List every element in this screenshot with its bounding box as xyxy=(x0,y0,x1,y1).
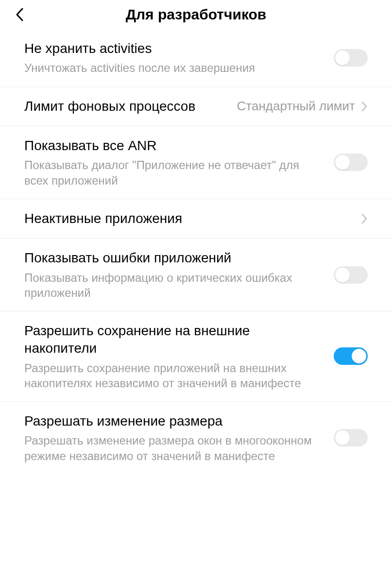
row-subtitle: Показывать информацию о критических ошиб… xyxy=(24,270,324,300)
row-inactive-apps[interactable]: Неактивные приложения xyxy=(0,199,392,239)
row-show-app-errors[interactable]: Показывать ошибки приложений Показывать … xyxy=(0,239,392,311)
page-title: Для разработчиков xyxy=(126,6,267,22)
row-subtitle: Показывать диалог "Приложение не отвечае… xyxy=(24,157,324,188)
row-show-all-anr[interactable]: Показывать все ANR Показывать диалог "Пр… xyxy=(0,126,392,199)
header: Для разработчиков xyxy=(0,0,392,29)
row-title: Разрешить сохранение на внешние накопите… xyxy=(24,322,324,358)
toggle-dont-keep-activities[interactable] xyxy=(334,49,368,67)
chevron-left-icon xyxy=(15,7,24,22)
row-title: Показывать ошибки приложений xyxy=(24,249,324,267)
row-title: Лимит фоновых процессов xyxy=(24,98,227,115)
toggle-show-all-anr[interactable] xyxy=(334,154,368,171)
row-allow-resize[interactable]: Разрешать изменение размера Разрешать из… xyxy=(0,402,392,474)
row-subtitle: Разрешать изменение размера окон в много… xyxy=(24,433,324,463)
row-subtitle: Разрешить сохранение приложений на внешн… xyxy=(24,360,324,391)
row-title: Неактивные приложения xyxy=(24,210,351,227)
back-button[interactable] xyxy=(10,5,29,24)
settings-list: Не хранить activities Уничтожать activit… xyxy=(0,29,392,474)
row-title: Не хранить activities xyxy=(24,40,324,57)
row-value: Стандартный лимит xyxy=(237,99,355,114)
toggle-allow-resize[interactable] xyxy=(334,429,368,446)
row-title: Показывать все ANR xyxy=(24,137,324,154)
row-bg-process-limit[interactable]: Лимит фоновых процессов Стандартный лими… xyxy=(0,87,392,126)
row-subtitle: Уничтожать activities после их завершени… xyxy=(24,60,324,75)
toggle-show-app-errors[interactable] xyxy=(334,266,368,284)
row-dont-keep-activities[interactable]: Не хранить activities Уничтожать activit… xyxy=(0,29,392,87)
row-title: Разрешать изменение размера xyxy=(24,412,324,430)
chevron-right-icon xyxy=(361,101,368,112)
chevron-right-icon xyxy=(361,213,368,224)
toggle-allow-external-save[interactable] xyxy=(334,347,368,365)
row-allow-external-save[interactable]: Разрешить сохранение на внешние накопите… xyxy=(0,311,392,402)
